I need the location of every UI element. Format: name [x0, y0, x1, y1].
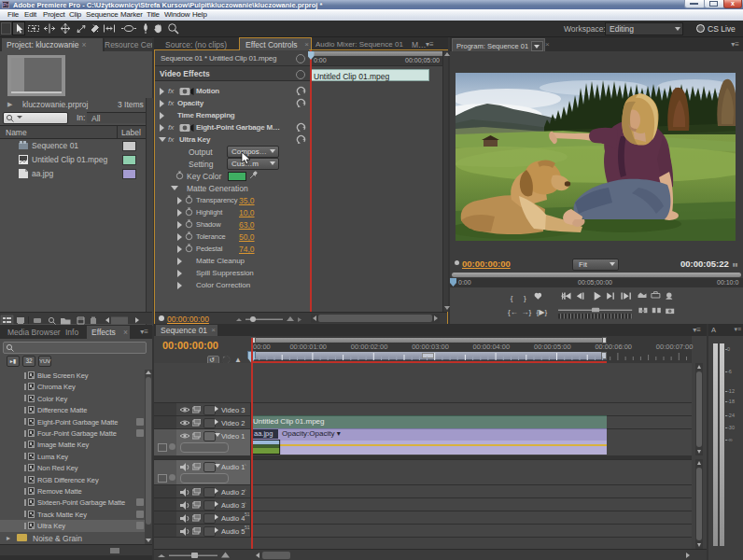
- svg-text:{▶}: {▶}: [537, 308, 548, 316]
- svg-text:→}: →}: [521, 308, 531, 316]
- svg-text:}: }: [524, 294, 526, 302]
- svg-text:{: {: [511, 294, 513, 302]
- svg-text:{←: {←: [508, 308, 518, 316]
